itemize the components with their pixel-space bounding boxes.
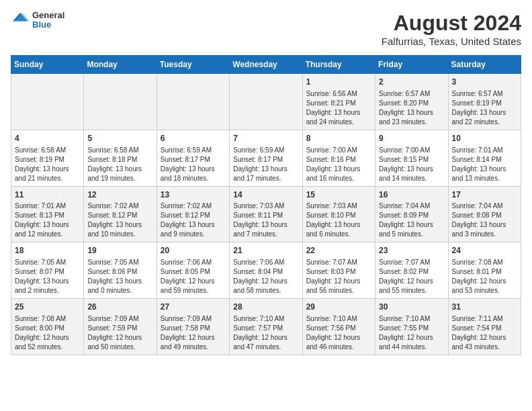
calendar-day-cell: 24Sunrise: 7:08 AM Sunset: 8:01 PM Dayli… (448, 242, 521, 299)
day-info: Sunrise: 7:08 AM Sunset: 8:01 PM Dayligh… (452, 258, 517, 295)
day-number: 24 (452, 245, 517, 257)
day-number: 11 (15, 189, 80, 201)
day-info: Sunrise: 6:58 AM Sunset: 8:19 PM Dayligh… (15, 146, 80, 183)
day-number: 26 (87, 302, 152, 313)
day-info: Sunrise: 7:11 AM Sunset: 7:54 PM Dayligh… (452, 314, 517, 352)
day-number: 18 (15, 245, 80, 257)
day-info: Sunrise: 6:57 AM Sunset: 8:20 PM Dayligh… (379, 89, 444, 127)
day-info: Sunrise: 7:04 AM Sunset: 8:09 PM Dayligh… (379, 201, 444, 239)
day-info: Sunrise: 7:05 AM Sunset: 8:07 PM Dayligh… (15, 258, 80, 295)
calendar-day-cell: 26Sunrise: 7:09 AM Sunset: 7:59 PM Dayli… (84, 299, 157, 355)
title-block: August 2024 Falfurrias, Texas, United St… (382, 11, 521, 47)
page-subtitle: Falfurrias, Texas, United States (382, 36, 521, 47)
day-number: 5 (87, 133, 152, 144)
calendar-week-row: 11Sunrise: 7:01 AM Sunset: 8:13 PM Dayli… (11, 186, 521, 242)
calendar-day-cell: 11Sunrise: 7:01 AM Sunset: 8:13 PM Dayli… (11, 186, 84, 242)
calendar-day-cell: 8Sunrise: 7:00 AM Sunset: 8:16 PM Daylig… (302, 130, 375, 186)
calendar-day-cell: 20Sunrise: 7:06 AM Sunset: 8:05 PM Dayli… (157, 242, 229, 299)
calendar-day-cell: 13Sunrise: 7:02 AM Sunset: 8:12 PM Dayli… (157, 186, 229, 242)
header-friday: Friday (375, 56, 448, 74)
day-number: 1 (306, 77, 371, 88)
calendar-day-cell: 25Sunrise: 7:08 AM Sunset: 8:00 PM Dayli… (11, 299, 84, 355)
day-info: Sunrise: 7:09 AM Sunset: 7:58 PM Dayligh… (161, 314, 226, 352)
calendar-day-cell: 21Sunrise: 7:06 AM Sunset: 8:04 PM Dayli… (230, 242, 302, 299)
page-title: August 2024 (382, 11, 521, 36)
calendar-week-row: 4Sunrise: 6:58 AM Sunset: 8:19 PM Daylig… (11, 130, 521, 186)
header-wednesday: Wednesday (230, 56, 302, 74)
calendar-day-cell: 3Sunrise: 6:57 AM Sunset: 8:19 PM Daylig… (448, 74, 521, 130)
day-number: 22 (306, 245, 371, 257)
logo-text: General Blue (32, 11, 64, 30)
header-row: SundayMondayTuesdayWednesdayThursdayFrid… (11, 56, 521, 74)
day-info: Sunrise: 7:06 AM Sunset: 8:04 PM Dayligh… (233, 258, 298, 295)
calendar-header: SundayMondayTuesdayWednesdayThursdayFrid… (11, 56, 521, 74)
day-number: 9 (379, 133, 444, 144)
calendar-day-cell: 23Sunrise: 7:07 AM Sunset: 8:02 PM Dayli… (375, 242, 448, 299)
calendar-day-cell: 2Sunrise: 6:57 AM Sunset: 8:20 PM Daylig… (375, 74, 448, 130)
day-info: Sunrise: 7:00 AM Sunset: 8:16 PM Dayligh… (306, 146, 371, 183)
day-number: 28 (233, 302, 298, 313)
day-info: Sunrise: 7:07 AM Sunset: 8:03 PM Dayligh… (306, 258, 371, 295)
day-number: 4 (15, 133, 80, 144)
calendar-day-cell: 18Sunrise: 7:05 AM Sunset: 8:07 PM Dayli… (11, 242, 84, 299)
day-number: 13 (161, 189, 226, 201)
day-info: Sunrise: 7:01 AM Sunset: 8:13 PM Dayligh… (15, 201, 80, 239)
day-number: 17 (452, 189, 517, 201)
day-number: 20 (161, 245, 226, 257)
calendar-day-cell (157, 74, 229, 130)
calendar-week-row: 18Sunrise: 7:05 AM Sunset: 8:07 PM Dayli… (11, 242, 521, 299)
calendar-day-cell: 19Sunrise: 7:05 AM Sunset: 8:06 PM Dayli… (84, 242, 157, 299)
day-number: 23 (379, 245, 444, 257)
calendar-day-cell: 28Sunrise: 7:10 AM Sunset: 7:57 PM Dayli… (230, 299, 302, 355)
calendar-day-cell: 22Sunrise: 7:07 AM Sunset: 8:03 PM Dayli… (302, 242, 375, 299)
page-header: General Blue August 2024 Falfurrias, Tex… (11, 11, 521, 47)
calendar-day-cell: 29Sunrise: 7:10 AM Sunset: 7:56 PM Dayli… (302, 299, 375, 355)
header-saturday: Saturday (448, 56, 521, 74)
day-info: Sunrise: 6:59 AM Sunset: 8:17 PM Dayligh… (161, 146, 226, 183)
day-info: Sunrise: 6:59 AM Sunset: 8:17 PM Dayligh… (233, 146, 298, 183)
calendar-day-cell: 5Sunrise: 6:58 AM Sunset: 8:18 PM Daylig… (84, 130, 157, 186)
header-thursday: Thursday (302, 56, 375, 74)
header-monday: Monday (84, 56, 157, 74)
day-info: Sunrise: 7:06 AM Sunset: 8:05 PM Dayligh… (161, 258, 226, 295)
day-info: Sunrise: 7:07 AM Sunset: 8:02 PM Dayligh… (379, 258, 444, 295)
calendar-day-cell: 31Sunrise: 7:11 AM Sunset: 7:54 PM Dayli… (448, 299, 521, 355)
day-number: 31 (452, 302, 517, 313)
day-number: 3 (452, 77, 517, 88)
day-number: 21 (233, 245, 298, 257)
header-sunday: Sunday (11, 56, 84, 74)
logo-icon (11, 11, 30, 30)
day-info: Sunrise: 6:57 AM Sunset: 8:19 PM Dayligh… (452, 89, 517, 127)
day-number: 27 (161, 302, 226, 313)
day-info: Sunrise: 7:01 AM Sunset: 8:14 PM Dayligh… (452, 146, 517, 183)
calendar-day-cell: 15Sunrise: 7:03 AM Sunset: 8:10 PM Dayli… (302, 186, 375, 242)
day-number: 15 (306, 189, 371, 201)
day-number: 12 (87, 189, 152, 201)
calendar-day-cell (11, 74, 84, 130)
day-info: Sunrise: 7:02 AM Sunset: 8:12 PM Dayligh… (87, 201, 152, 239)
day-info: Sunrise: 7:08 AM Sunset: 8:00 PM Dayligh… (15, 314, 80, 352)
calendar-day-cell: 14Sunrise: 7:03 AM Sunset: 8:11 PM Dayli… (230, 186, 302, 242)
calendar-day-cell (84, 74, 157, 130)
day-number: 10 (452, 133, 517, 144)
calendar-day-cell (230, 74, 302, 130)
day-info: Sunrise: 7:05 AM Sunset: 8:06 PM Dayligh… (87, 258, 152, 295)
day-info: Sunrise: 7:04 AM Sunset: 8:08 PM Dayligh… (452, 201, 517, 239)
day-info: Sunrise: 7:03 AM Sunset: 8:10 PM Dayligh… (306, 201, 371, 239)
calendar-day-cell: 7Sunrise: 6:59 AM Sunset: 8:17 PM Daylig… (230, 130, 302, 186)
day-number: 25 (15, 302, 80, 313)
logo-blue: Blue (32, 20, 64, 30)
day-info: Sunrise: 6:56 AM Sunset: 8:21 PM Dayligh… (306, 89, 371, 127)
day-number: 29 (306, 302, 371, 313)
calendar-week-row: 1Sunrise: 6:56 AM Sunset: 8:21 PM Daylig… (11, 74, 521, 130)
calendar-week-row: 25Sunrise: 7:08 AM Sunset: 8:00 PM Dayli… (11, 299, 521, 355)
day-number: 14 (233, 189, 298, 201)
calendar-body: 1Sunrise: 6:56 AM Sunset: 8:21 PM Daylig… (11, 74, 521, 355)
day-info: Sunrise: 6:58 AM Sunset: 8:18 PM Dayligh… (87, 146, 152, 183)
calendar-day-cell: 16Sunrise: 7:04 AM Sunset: 8:09 PM Dayli… (375, 186, 448, 242)
day-info: Sunrise: 7:03 AM Sunset: 8:11 PM Dayligh… (233, 201, 298, 239)
calendar-day-cell: 4Sunrise: 6:58 AM Sunset: 8:19 PM Daylig… (11, 130, 84, 186)
calendar-day-cell: 30Sunrise: 7:10 AM Sunset: 7:55 PM Dayli… (375, 299, 448, 355)
day-number: 2 (379, 77, 444, 88)
day-number: 30 (379, 302, 444, 313)
